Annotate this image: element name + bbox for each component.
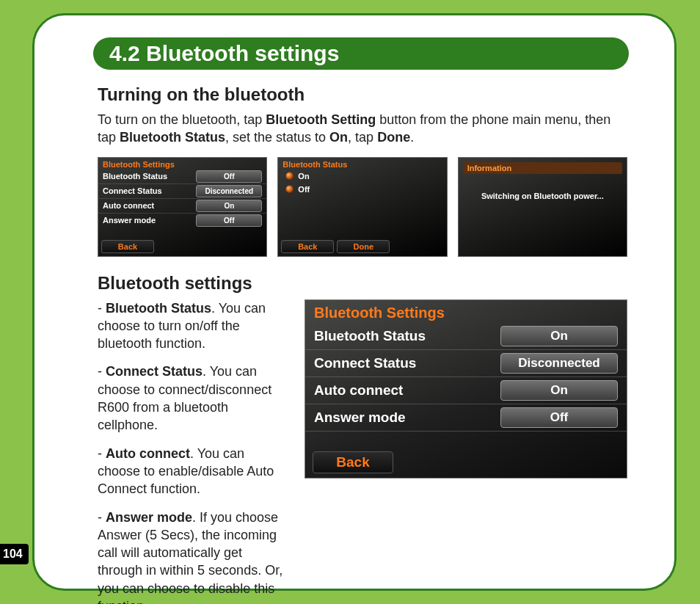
softkey-row: Back [98,239,157,255]
intro-bold-status: Bluetooth Status [120,130,225,145]
page-content: Turning on the bluetooth To turn on the … [98,84,627,559]
page-frame: 4.2 Bluetooth settings Turning on the bl… [32,13,677,591]
radio-icon [285,172,294,180]
definition-item: - Connect Status. You can choose to conn… [98,363,290,434]
row-label: Auto connect [103,201,196,210]
section-title-bar: 4.2 Bluetooth settings [93,37,629,70]
term: Auto connect [106,446,190,461]
row-label: Answer mode [103,216,196,225]
settings-row[interactable]: Connect Status Disconnected [305,350,627,377]
term: Answer mode [106,510,192,525]
settings-row[interactable]: Auto connect On [98,199,266,214]
radio-option-on[interactable]: On [278,170,446,183]
row-label: Answer mode [314,410,500,426]
page-number-tab: 104 [0,544,29,564]
settings-row[interactable]: Bluetooth Status On [305,323,627,350]
screen-header: Bluetooth Settings [305,300,627,323]
row-label: Connect Status [103,186,196,195]
settings-row[interactable]: Bluetooth Status Off [98,170,266,184]
row-label: Bluetooth Status [314,328,500,344]
radio-option-off[interactable]: Off [278,183,446,196]
intro-bold-done: Done [377,130,410,145]
screen-header: Bluetooth Settings [98,158,266,170]
back-button[interactable]: Back [313,451,393,473]
radio-icon [285,185,294,193]
row-value-button[interactable]: On [196,200,262,212]
row-value-button[interactable]: On [500,326,618,346]
section-title: 4.2 Bluetooth settings [109,41,339,66]
settings-row[interactable]: Connect Status Disconnected [98,184,266,199]
intro-bold-on: On [329,130,348,145]
definition-item: - Answer mode. If you choose Answer (5 S… [98,509,290,604]
row-value-button[interactable]: Disconnected [196,185,262,197]
settings-list: Bluetooth Status Off Connect Status Disc… [98,170,266,228]
intro-paragraph: To turn on the bluetooth, tap Bluetooth … [98,111,627,147]
screenshot-bluetooth-status: Bluetooth Status On Off Back Done [277,157,447,257]
row-value-button[interactable]: Disconnected [500,353,618,374]
done-button[interactable]: Done [337,240,390,253]
intro-text: To turn on the bluetooth, tap [98,112,266,127]
intro-bold-setting: Bluetooth Setting [266,112,376,127]
row-value-button[interactable]: Off [196,214,262,227]
screen-header: Bluetooth Status [278,158,446,170]
screenshots-row: Bluetooth Settings Bluetooth Status Off … [98,157,627,257]
radio-label: On [298,172,309,181]
radio-label: Off [298,185,310,194]
settings-row[interactable]: Answer mode Off [305,404,627,432]
settings-row[interactable]: Answer mode Off [98,214,266,228]
intro-text: . [410,130,414,145]
settings-row[interactable]: Auto connect On [305,377,627,404]
intro-text: , tap [348,130,377,145]
screenshot-bluetooth-settings: Bluetooth Settings Bluetooth Status Off … [98,157,267,257]
screenshot-bluetooth-settings-large: Bluetooth Settings Bluetooth Status On C… [305,299,627,479]
row-label: Bluetooth Status [103,172,196,181]
info-message: Switching on Bluetooth power... [459,178,627,200]
definition-item: - Auto connect. You can choose to enable… [98,445,290,498]
term: Bluetooth Status [106,301,211,316]
intro-text: , set the status to [225,130,329,145]
back-button[interactable]: Back [281,240,334,253]
row-label: Auto connect [314,382,500,399]
row-value-button[interactable]: On [500,380,618,401]
softkey-row: Back Done [278,239,393,255]
definitions-column: - Bluetooth Status. You can choose to tu… [98,299,290,604]
screenshot-information: Information Switching on Bluetooth power… [458,157,627,257]
info-header: Information [463,162,622,174]
row-label: Connect Status [314,355,500,371]
row-value-button[interactable]: Off [500,407,618,428]
subheading-turning-on: Turning on the bluetooth [98,84,627,105]
row-value-button[interactable]: Off [196,170,262,183]
definition-item: - Bluetooth Status. You can choose to tu… [98,299,290,353]
subheading-bluetooth-settings: Bluetooth settings [98,273,627,294]
back-button[interactable]: Back [101,240,154,253]
term: Connect Status [106,364,203,379]
lower-columns: - Bluetooth Status. You can choose to tu… [98,299,627,604]
